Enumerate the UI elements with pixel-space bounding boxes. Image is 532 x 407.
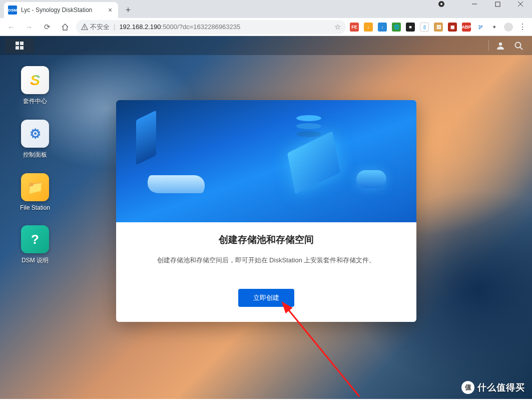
dsm-desktop: S套件中心⚙控制面板📁File Station?DSM 说明 创建存储池和存储空… (0, 36, 532, 399)
file-station-icon: 📁 (21, 173, 49, 201)
red-ext[interactable]: ▦ (448, 23, 457, 32)
security-indicator[interactable]: 不安全 (81, 23, 110, 32)
svg-point-8 (499, 43, 502, 46)
browser-tab[interactable]: DSM Lyc - Synology DiskStation × (4, 2, 118, 18)
control-panel[interactable]: ⚙控制面板 (14, 120, 56, 159)
reload-button[interactable]: ⟳ (40, 20, 54, 34)
incognito-indicator-icon (430, 0, 453, 12)
search-button[interactable] (510, 38, 527, 53)
watermark: 值 什么值得买 (461, 381, 525, 394)
tab-favicon: DSM (8, 6, 17, 15)
storage-setup-dialog: 创建存储池和存储空间 创建存储池和存储空间后，即可开始在 DiskStation… (116, 100, 416, 322)
control-panel-label: 控制面板 (23, 151, 47, 159)
tab-title: Lyc - Synology DiskStation (21, 7, 102, 14)
bookmark-star-icon[interactable]: ☆ (334, 23, 341, 32)
watermark-badge: 值 (461, 381, 474, 394)
dsm-help-label: DSM 说明 (22, 256, 49, 265)
warning-icon (81, 24, 88, 31)
dsm-help-icon: ? (21, 225, 49, 253)
dialog-description: 创建存储池和存储空间后，即可开始在 DiskStation 上安装套件和存储文件… (136, 255, 396, 266)
window-minimize-button[interactable] (463, 0, 486, 12)
dl2-ext[interactable]: ↓ (378, 23, 387, 32)
apps-grid-icon (16, 42, 24, 50)
pic-ext[interactable]: 🖼 (434, 23, 443, 32)
separator: | (114, 23, 115, 31)
svg-rect-3 (495, 2, 500, 7)
dialog-hero-illustration (116, 100, 416, 222)
dl1-ext[interactable]: ↓ (364, 23, 373, 32)
separator (488, 40, 489, 51)
watermark-text: 什么值得买 (477, 381, 525, 393)
user-menu-button[interactable] (492, 38, 509, 53)
forward-button[interactable]: → (22, 20, 36, 34)
url-text: 192.168.2.190:5000/?dc=1632286963235 (119, 23, 240, 31)
browser-menu-button[interactable]: ⋮ (517, 22, 528, 32)
dialog-title: 创建存储池和存储空间 (136, 233, 396, 246)
abp-ext[interactable]: ABP (462, 23, 471, 32)
extensions-area: FE↓↓🌐■▯🖼▦ABP🕊✦ (350, 23, 513, 32)
file-station-label: File Station (20, 204, 50, 211)
insecure-label: 不安全 (90, 23, 110, 32)
puzzle-ext[interactable]: ✦ (490, 23, 499, 32)
back-button[interactable]: ← (4, 20, 18, 34)
file-station[interactable]: 📁File Station (14, 173, 56, 211)
package-center-icon: S (21, 66, 49, 94)
profile-ext[interactable] (504, 23, 513, 32)
dsm-help[interactable]: ?DSM 说明 (14, 225, 56, 265)
tab-close-icon[interactable]: × (106, 6, 114, 14)
svg-point-1 (440, 3, 442, 5)
dsm-taskbar (0, 36, 532, 55)
dialog-body: 创建存储池和存储空间 创建存储池和存储空间后，即可开始在 DiskStation… (116, 222, 416, 322)
control-panel-icon: ⚙ (21, 120, 49, 148)
new-tab-button[interactable]: + (121, 3, 135, 17)
home-button[interactable] (58, 20, 72, 34)
card-ext[interactable]: ▯ (420, 23, 429, 32)
fe-ext[interactable]: FE (350, 23, 359, 32)
desktop-icons-area: S套件中心⚙控制面板📁File Station?DSM 说明 (14, 66, 56, 265)
svg-line-10 (520, 48, 523, 50)
package-center[interactable]: S套件中心 (14, 66, 56, 106)
main-menu-button[interactable] (5, 38, 34, 53)
browser-tab-strip: DSM Lyc - Synology DiskStation × + (0, 0, 532, 18)
search-icon (513, 41, 523, 51)
user-icon (495, 41, 505, 51)
address-bar[interactable]: 不安全 | 192.168.2.190:5000/?dc=16322869632… (76, 20, 346, 34)
bird-ext[interactable]: 🕊 (476, 23, 485, 32)
window-maximize-button[interactable] (486, 0, 509, 12)
create-now-button[interactable]: 立即创建 (238, 289, 294, 307)
svg-point-7 (84, 28, 85, 29)
window-close-button[interactable] (509, 0, 532, 12)
browser-toolbar: ← → ⟳ 不安全 | 192.168.2.190:5000/?dc=16322… (0, 18, 532, 36)
globe-ext[interactable]: 🌐 (392, 23, 401, 32)
svg-point-9 (515, 43, 521, 48)
box-ext[interactable]: ■ (406, 23, 415, 32)
package-center-label: 套件中心 (23, 97, 47, 106)
